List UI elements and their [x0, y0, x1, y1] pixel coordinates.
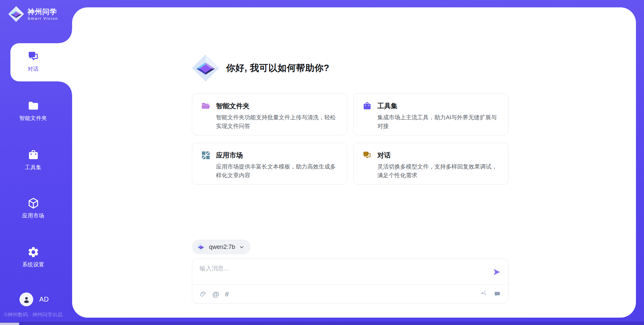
grid-icon — [201, 150, 211, 160]
history-icon[interactable] — [481, 290, 488, 298]
message-composer: @ # — [192, 258, 508, 304]
chat-square-icon[interactable] — [494, 290, 501, 298]
hash-icon[interactable]: # — [225, 290, 229, 298]
gear-icon — [27, 246, 40, 258]
greeting-text: 你好, 我可以如何帮助你? — [226, 62, 329, 74]
cube-icon — [27, 197, 40, 209]
card-description: 灵活切换多模型文件，支持多样回复效果调试，满足个性化需求 — [377, 162, 499, 180]
greeting-row: 你好, 我可以如何帮助你? — [192, 54, 329, 82]
brand-text: 神州问学 Smart Vision — [28, 8, 58, 20]
card-header: 对话 — [362, 150, 499, 160]
model-selector[interactable]: qwen2:7b — [192, 240, 251, 254]
brand-logo: 神州问学 Smart Vision — [8, 6, 58, 22]
card-description: 应用市场提供丰富长文本模板，助力高效生成多样化文章内容 — [216, 162, 338, 180]
window-bottom-edge — [0, 322, 644, 325]
sidebar-item-chat[interactable]: 对话 — [0, 50, 66, 73]
sidebar-item-label: 智能文件夹 — [19, 115, 47, 122]
card-description: 集成市场上主流工具，助力AI与外界无缝扩展与对接 — [377, 113, 499, 130]
gem-diamond-icon — [8, 6, 24, 22]
card-title: 应用市场 — [216, 151, 243, 160]
card-toolset[interactable]: 工具集 集成市场上主流工具，助力AI与外界无缝扩展与对接 — [353, 93, 508, 135]
card-title: 工具集 — [377, 102, 397, 111]
card-header: 工具集 — [362, 101, 499, 111]
chat-bubbles-icon — [362, 150, 372, 160]
card-app-market[interactable]: 应用市场 应用市场提供丰富长文本模板，助力高效生成多样化文章内容 — [192, 143, 347, 185]
gem-diamond-icon — [192, 54, 219, 82]
message-input[interactable] — [192, 259, 481, 284]
chevron-down-icon — [239, 244, 245, 250]
sidebar-item-toolset[interactable]: 工具集 — [0, 149, 66, 171]
composer-tools-right — [481, 290, 501, 298]
brand-subtitle: Smart Vision — [28, 16, 58, 20]
card-description: 智能文件夹功能支持批量文件上传与清洗，轻松实现文件问答 — [216, 113, 338, 130]
window-bottom-edge-left — [0, 323, 19, 325]
sidebar-item-label: 系统设置 — [22, 261, 44, 268]
copyright-text: ©神州数码 · 神州问学出品 — [4, 312, 62, 318]
card-title: 对话 — [377, 151, 391, 160]
model-name: qwen2:7b — [209, 244, 235, 251]
avatar — [19, 292, 33, 306]
sidebar-item-label: 对话 — [28, 66, 39, 73]
card-header: 智能文件夹 — [201, 101, 338, 111]
chat-bubbles-icon — [27, 50, 40, 63]
main-panel: 你好, 我可以如何帮助你? 智能文件夹 智能文件夹功能支持批量文件上传与清洗，轻… — [72, 7, 636, 318]
sidebar-item-label: 应用市场 — [22, 212, 44, 219]
at-sign-icon[interactable]: @ — [212, 290, 219, 298]
composer-toolbar: @ # — [192, 285, 508, 303]
card-smart-folder[interactable]: 智能文件夹 智能文件夹功能支持批量文件上传与清洗，轻松实现文件问答 — [192, 93, 347, 135]
person-icon — [22, 295, 31, 304]
user-initials: AD — [39, 296, 49, 303]
sidebar-item-settings[interactable]: 系统设置 — [0, 246, 66, 268]
sidebar: 神州问学 Smart Vision 对话 智能文件夹 工具集 应用市场 系统设置… — [0, 0, 72, 325]
paperclip-icon[interactable] — [200, 290, 207, 298]
sidebar-item-smart-folder[interactable]: 智能文件夹 — [0, 100, 66, 122]
sidebar-item-label: 工具集 — [25, 164, 42, 171]
user-account[interactable]: AD — [19, 292, 49, 306]
brand-name: 神州问学 — [28, 8, 58, 15]
card-header: 应用市场 — [201, 150, 338, 160]
toolbox-icon — [27, 149, 40, 161]
sidebar-item-app-market[interactable]: 应用市场 — [0, 197, 66, 219]
folder-icon — [27, 100, 40, 112]
composer-tools-left: @ # — [200, 290, 229, 298]
folder-open-icon — [201, 101, 211, 111]
gem-diamond-icon — [197, 243, 205, 251]
send-icon[interactable] — [492, 268, 501, 276]
feature-cards: 智能文件夹 智能文件夹功能支持批量文件上传与清洗，轻松实现文件问答 工具集 集成… — [192, 93, 509, 185]
card-title: 智能文件夹 — [216, 102, 250, 111]
card-chat[interactable]: 对话 灵活切换多模型文件，支持多样回复效果调试，满足个性化需求 — [353, 143, 508, 185]
toolbox-icon — [362, 101, 372, 111]
